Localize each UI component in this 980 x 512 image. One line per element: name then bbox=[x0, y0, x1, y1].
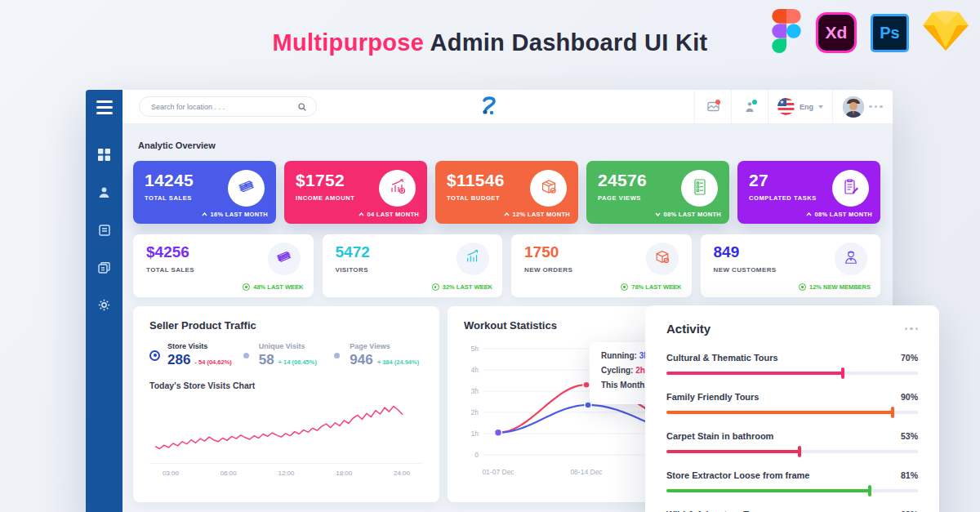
stat-card-page-views: 24576 PAGE VIEWS 08% LAST MONTH bbox=[586, 161, 729, 224]
hamburger-menu-button[interactable] bbox=[86, 90, 122, 124]
sidebar-item-settings[interactable] bbox=[86, 299, 122, 314]
activity-status-button[interactable] bbox=[731, 90, 768, 123]
radio-selected-icon[interactable] bbox=[149, 350, 160, 361]
slider-handle[interactable] bbox=[841, 367, 844, 379]
avatar[interactable] bbox=[843, 96, 864, 118]
trend-up-icon bbox=[202, 212, 207, 216]
search-box[interactable] bbox=[139, 96, 317, 117]
gain-icon bbox=[799, 283, 806, 291]
svg-text:1h: 1h bbox=[471, 430, 479, 438]
customer-icon bbox=[843, 249, 859, 269]
progress-slider[interactable] bbox=[666, 372, 918, 375]
language-selector[interactable]: ★ Eng bbox=[768, 90, 832, 123]
checklist-icon bbox=[692, 178, 708, 199]
money-stack-icon bbox=[275, 249, 293, 269]
search-input[interactable] bbox=[149, 102, 298, 112]
activity-item: Store Extractor Loose from frame81% bbox=[666, 470, 918, 492]
gain-icon bbox=[243, 283, 250, 291]
tasks-icon bbox=[842, 178, 860, 199]
stat-card-income-amount: $1752 INCOME AMOUNT 04 LAST MONTH bbox=[284, 161, 427, 224]
trend-up-icon bbox=[806, 212, 812, 216]
svg-text:5h: 5h bbox=[471, 345, 479, 353]
notification-badge bbox=[715, 100, 720, 105]
svg-text:0: 0 bbox=[474, 451, 479, 459]
pages-icon bbox=[98, 262, 110, 277]
progress-slider[interactable] bbox=[666, 450, 918, 453]
mini-card-new-customers: 849 NEW CUSTOMERS 12% NEW MEMBERS bbox=[701, 234, 881, 297]
sidebar-item-reports[interactable] bbox=[86, 224, 122, 239]
user-icon bbox=[98, 186, 110, 202]
sidebar-item-pages[interactable] bbox=[86, 261, 122, 277]
document-icon bbox=[99, 225, 110, 239]
store-visits-sparkline-chart bbox=[149, 393, 423, 463]
sidebar bbox=[86, 90, 122, 512]
stat-cards-row: 14245 TOTAL SALES 16% LAST MONTH $1752 I… bbox=[133, 161, 880, 224]
slider-handle[interactable] bbox=[868, 485, 871, 496]
banner-title-rest: Admin Dashboard UI Kit bbox=[424, 29, 707, 56]
sketch-logo-icon bbox=[923, 11, 969, 55]
progress-slider[interactable] bbox=[666, 489, 918, 492]
unique-visits-radio-option[interactable]: Unique Visits 58+ 14 (06.45%) bbox=[241, 342, 332, 368]
photoshop-logo-icon: Ps bbox=[871, 14, 909, 52]
sparkline-x-axis: 03:00 06:00 12:00 18:00 24:00 bbox=[149, 463, 423, 477]
gain-icon bbox=[432, 283, 439, 291]
activity-item: Cultural & Thematic Tours70% bbox=[666, 353, 918, 375]
slider-handle[interactable] bbox=[798, 446, 801, 457]
section-heading: Analytic Overview bbox=[138, 140, 880, 150]
chart-caption: Today's Store Visits Chart bbox=[149, 381, 423, 390]
seller-product-traffic-panel: Seller Product Traffic Store Visits 286-… bbox=[133, 306, 439, 502]
panel-title: Activity bbox=[666, 322, 710, 336]
svg-text:2h: 2h bbox=[471, 408, 479, 416]
panel-title: Seller Product Traffic bbox=[149, 319, 423, 332]
sidebar-item-dashboard[interactable] bbox=[86, 149, 122, 164]
growth-chart-icon bbox=[389, 178, 407, 199]
design-app-logos: Xd Ps bbox=[771, 8, 969, 57]
sidebar-item-users[interactable] bbox=[86, 186, 122, 202]
stat-card-total-budget: $11546 TOTAL BUDGET 12% LAST MONTH bbox=[435, 161, 578, 224]
adobe-xd-logo-icon: Xd bbox=[816, 12, 857, 53]
mini-card-new-orders: 1750 NEW ORDERS 78% LAST WEEK bbox=[511, 234, 692, 297]
package-icon bbox=[540, 178, 558, 199]
progress-slider[interactable] bbox=[666, 411, 918, 414]
activity-item: Family Friendly Tours90% bbox=[666, 392, 918, 414]
slider-handle[interactable] bbox=[891, 407, 894, 418]
mini-cards-row: $4256 TOTAL SALES 48% LAST WEEK 5472 VIS… bbox=[133, 234, 880, 297]
brand-logo[interactable] bbox=[479, 90, 499, 124]
dashboard-grid-icon bbox=[98, 149, 110, 164]
svg-text:4h: 4h bbox=[471, 366, 479, 374]
mini-card-total-sales: $4256 TOTAL SALES 48% LAST WEEK bbox=[133, 234, 314, 297]
store-visits-radio-option[interactable]: Store Visits 286- 54 (04.62%) bbox=[149, 342, 241, 368]
svg-text:08-14 Dec: 08-14 Dec bbox=[570, 468, 603, 476]
money-stack-icon bbox=[237, 178, 256, 199]
trend-up-icon bbox=[504, 212, 510, 216]
svg-text:01-07 Dec: 01-07 Dec bbox=[482, 468, 514, 476]
gain-icon bbox=[621, 283, 628, 291]
language-label: Eng bbox=[800, 103, 813, 111]
top-navbar: ★ Eng bbox=[122, 90, 893, 124]
status-badge bbox=[752, 100, 757, 105]
radio-unselected-icon[interactable] bbox=[334, 353, 340, 358]
growth-chart-icon bbox=[465, 249, 481, 269]
package-icon bbox=[654, 249, 670, 269]
us-flag-icon: ★ bbox=[777, 98, 795, 115]
mini-card-visitors: 5472 VISITORS 32% LAST WEEK bbox=[323, 234, 503, 297]
chevron-down-icon bbox=[818, 105, 823, 109]
radio-unselected-icon[interactable] bbox=[243, 353, 249, 358]
stat-card-total-sales: 14245 TOTAL SALES 16% LAST MONTH bbox=[133, 161, 276, 224]
trend-down-icon bbox=[655, 212, 661, 216]
user-menu[interactable] bbox=[832, 90, 893, 123]
banner-title-accent: Multipurpose bbox=[272, 29, 424, 56]
more-options-icon[interactable] bbox=[869, 105, 883, 109]
notifications-button[interactable] bbox=[694, 90, 731, 123]
trend-up-icon bbox=[359, 212, 364, 216]
activity-panel: Activity Cultural & Thematic Tours70% Fa… bbox=[645, 305, 939, 512]
page-views-radio-option[interactable]: Page Views 946+ 384 (24.94%) bbox=[332, 342, 423, 368]
promo-page: Multipurpose Admin Dashboard UI Kit Xd P… bbox=[0, 0, 980, 512]
svg-text:3h: 3h bbox=[471, 387, 479, 395]
stat-card-completed-tasks: 27 COMPLATED TASKS 08% LAST MONTH bbox=[737, 161, 880, 224]
gear-icon bbox=[98, 299, 110, 314]
search-icon[interactable] bbox=[298, 100, 306, 114]
figma-logo-icon bbox=[771, 8, 802, 57]
activity-item: Carpet Stain in bathroom53% bbox=[666, 431, 918, 453]
panel-menu-icon[interactable] bbox=[905, 327, 919, 331]
